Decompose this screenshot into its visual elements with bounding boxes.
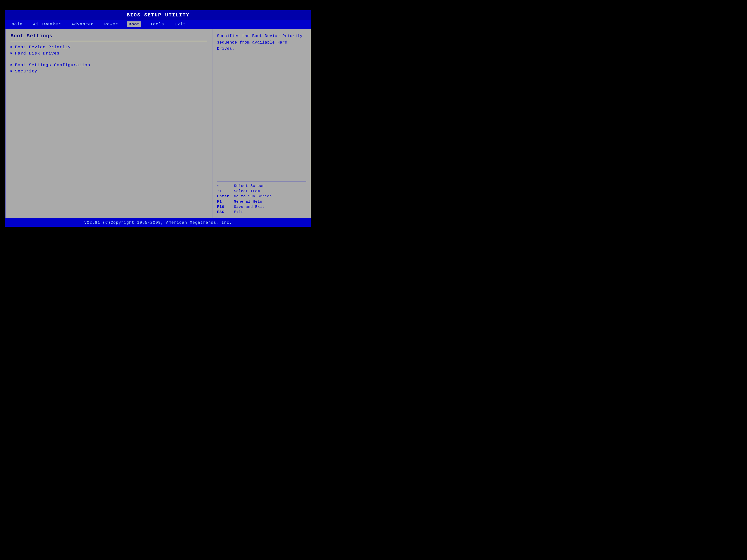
arrow-icon-2: ► [10, 51, 13, 55]
right-panel: Specifies the Boot Device Priority seque… [212, 29, 311, 218]
bios-title: BIOS SETUP UTILITY [127, 12, 189, 18]
key-row-esc: ESC Exit [217, 210, 306, 214]
entry-label-boot-device-priority: Boot Device Priority [15, 45, 71, 50]
arrow-icon-4: ► [10, 69, 13, 74]
key-f1: F1 [217, 199, 232, 204]
entry-label-hard-disk-drives: Hard Disk Drives [15, 51, 59, 56]
section-title: Boot Settings [10, 33, 207, 39]
menu-item-boot[interactable]: Boot [127, 21, 141, 27]
arrow-icon-1: ► [10, 45, 13, 49]
left-panel: Boot Settings ► Boot Device Priority ► H… [5, 29, 212, 218]
key-esc: ESC [217, 210, 232, 214]
arrow-icon-3: ► [10, 63, 13, 67]
entry-label-security: Security [15, 69, 37, 74]
key-row-select-screen: ↔ Select Screen [217, 184, 306, 188]
key-select-screen: ↔ [217, 184, 232, 188]
footer-text: v02.61 (C)Copyright 1985-2009, American … [84, 220, 232, 225]
menu-item-exit[interactable]: Exit [173, 21, 187, 27]
menu-item-tools[interactable]: Tools [149, 21, 165, 27]
menu-item-ai-tweaker[interactable]: Ai Tweaker [32, 21, 62, 27]
menu-item-advanced[interactable]: Advanced [70, 21, 95, 27]
key-row-enter: Enter Go to Sub Screen [217, 194, 306, 198]
menu-entries: ► Boot Device Priority ► Hard Disk Drive… [10, 45, 207, 74]
key-desc-enter: Go to Sub Screen [234, 194, 272, 198]
entry-label-boot-settings-config: Boot Settings Configuration [15, 63, 90, 68]
key-desc-f1: General Help [234, 199, 262, 204]
entry-boot-settings-config[interactable]: ► Boot Settings Configuration [10, 63, 207, 68]
key-row-f1: F1 General Help [217, 199, 306, 204]
key-desc-f10: Save and Exit [234, 205, 265, 209]
key-row-f10: F10 Save and Exit [217, 205, 306, 209]
entry-hard-disk-drives[interactable]: ► Hard Disk Drives [10, 51, 207, 56]
key-select-item: ↑↓ [217, 189, 232, 193]
key-desc-select-screen: Select Screen [234, 184, 265, 188]
section-divider [10, 41, 207, 41]
help-text: Specifies the Boot Device Priority seque… [217, 33, 306, 52]
menu-item-main[interactable]: Main [10, 21, 24, 27]
key-enter: Enter [217, 194, 232, 198]
menu-group-gap [10, 57, 207, 61]
key-f10: F10 [217, 205, 232, 209]
key-row-select-item: ↑↓ Select Item [217, 189, 306, 193]
content-area: Boot Settings ► Boot Device Priority ► H… [5, 29, 311, 219]
menu-item-power[interactable]: Power [103, 21, 120, 27]
title-bar: BIOS SETUP UTILITY [5, 10, 311, 20]
entry-security[interactable]: ► Security [10, 69, 207, 74]
footer: v02.61 (C)Copyright 1985-2009, American … [5, 219, 311, 227]
bios-screen: BIOS SETUP UTILITY Main Ai Tweaker Advan… [5, 10, 311, 227]
entry-boot-device-priority[interactable]: ► Boot Device Priority [10, 45, 207, 50]
key-desc-esc: Exit [234, 210, 243, 214]
key-help: ↔ Select Screen ↑↓ Select Item Enter Go … [217, 181, 306, 214]
menu-bar: Main Ai Tweaker Advanced Power Boot Tool… [5, 20, 311, 29]
key-desc-select-item: Select Item [234, 189, 260, 193]
